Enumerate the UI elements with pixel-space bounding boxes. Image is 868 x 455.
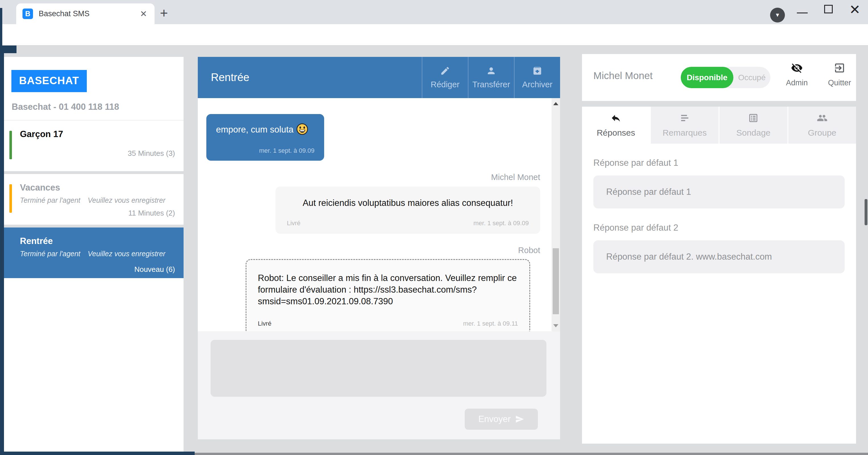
message-composer: Envoyer xyxy=(198,331,560,440)
bottom-edge-strip-right xyxy=(195,453,868,455)
tab-close-icon[interactable]: ✕ xyxy=(139,9,148,19)
admin-button-label: Admin xyxy=(778,78,815,87)
poll-icon xyxy=(748,112,759,123)
conversation-note: Veuillez vous enregistrer xyxy=(88,250,165,258)
page-scrollbar-thumb[interactable] xyxy=(865,199,867,225)
conversation-accent-bar xyxy=(9,131,12,159)
quit-button[interactable]: Quitter xyxy=(821,62,858,87)
delivery-status: Livré xyxy=(258,320,272,327)
agent-message-bubble: Aut reiciendis voluptatibus maiores alia… xyxy=(276,187,540,234)
archive-button-label: Archiver xyxy=(522,80,552,89)
conversation-item-selected[interactable]: Rentrée Terminé par l'agentVeuillez vous… xyxy=(4,225,184,278)
send-button-label: Envoyer xyxy=(478,414,511,424)
conversation-item[interactable]: Garçon 17 35 Minutes (3) xyxy=(4,120,184,171)
eye-off-icon xyxy=(791,62,803,74)
scroll-down-icon[interactable] xyxy=(553,324,558,327)
sender-label: Michel Monet xyxy=(198,173,540,182)
archive-button[interactable]: Archiver xyxy=(514,57,560,98)
default-response-2-label: Réponse par défaut 2 xyxy=(593,208,845,233)
account-line: Basechat - 01 400 118 118 xyxy=(12,102,184,112)
tab-title: Basechat SMS xyxy=(39,9,139,18)
notes-icon xyxy=(679,112,690,123)
chat-scrollbar-thumb[interactable] xyxy=(553,248,559,314)
window-minimize-button[interactable] xyxy=(797,12,808,13)
outgoing-message-bubble: empore, cum soluta mer. 1 sept. à 09.09 xyxy=(206,114,324,161)
transfer-button[interactable]: Transférer xyxy=(468,57,514,98)
tab-survey[interactable]: Sondage xyxy=(719,107,787,143)
message-time: mer. 1 sept. à 09.09 xyxy=(216,147,314,154)
agent-panel-header: Michel Monet Disponible Occupé Admin Qui… xyxy=(582,54,856,101)
scroll-up-icon[interactable] xyxy=(553,102,558,105)
message-time: mer. 1 sept. à 09.09 xyxy=(473,220,529,227)
agent-name: Michel Monet xyxy=(593,70,653,81)
tab-label: Groupe xyxy=(808,128,836,138)
availability-toggle[interactable]: Disponible Occupé xyxy=(681,67,770,88)
tab-label: Remarques xyxy=(662,128,707,138)
left-edge-strip xyxy=(0,45,4,455)
browser-toolbar: smsloho.basechat.com/BasechatSMS/16_1843… xyxy=(0,24,868,45)
grinning-emoji-icon xyxy=(296,123,308,137)
message-list: empore, cum soluta mer. 1 sept. à 09.09 … xyxy=(198,98,560,331)
bottom-edge-strip-left xyxy=(0,452,195,455)
compose-button[interactable]: Rédiger xyxy=(422,57,468,98)
message-footer: Livré mer. 1 sept. à 09.11 xyxy=(258,320,518,327)
agent-panel-tabs: Réponses Remarques Sondage Groupe xyxy=(582,107,856,143)
message-text: empore, cum soluta xyxy=(216,123,314,137)
left-corner-block xyxy=(0,45,17,53)
availability-on-segment[interactable]: Disponible xyxy=(681,67,734,88)
message-footer: Livré mer. 1 sept. à 09.09 xyxy=(287,220,529,227)
exit-icon xyxy=(834,62,845,74)
message-text: Aut reiciendis voluptatibus maiores alia… xyxy=(287,198,529,208)
chat-scrollbar[interactable] xyxy=(552,98,560,331)
conversation-title: Rentrée xyxy=(20,236,176,246)
robot-message-bubble: Robot: Le conseiller a mis fin à la conv… xyxy=(246,259,530,331)
new-tab-button[interactable]: + xyxy=(160,5,168,21)
quit-button-label: Quitter xyxy=(821,78,858,87)
chat-panel: Rentrée Rédiger Transférer Archiver empo… xyxy=(198,57,560,440)
conversation-accent-bar xyxy=(9,184,12,213)
default-response-1-input[interactable]: Réponse par défaut 1 xyxy=(593,175,845,208)
default-response-2-input[interactable]: Réponse par défaut 2. www.basechat.com xyxy=(593,240,845,273)
conversation-title: Vacances xyxy=(20,183,176,193)
window-maximize-button[interactable] xyxy=(824,5,833,13)
send-button[interactable]: Envoyer xyxy=(465,409,538,430)
admin-button[interactable]: Admin xyxy=(778,62,815,87)
responses-content: Réponse par défaut 1 Réponse par défaut … xyxy=(582,143,856,444)
transfer-button-label: Transférer xyxy=(472,80,510,89)
tab-label: Sondage xyxy=(736,128,770,138)
conversation-subtitle: Terminé par l'agentVeuillez vous enregis… xyxy=(20,250,176,258)
window-close-button[interactable]: ✕ xyxy=(849,2,860,18)
tab-remarks[interactable]: Remarques xyxy=(650,107,719,143)
window-left-border xyxy=(0,8,2,45)
conversation-sidebar: BASECHAT Basechat - 01 400 118 118 Garço… xyxy=(4,57,184,452)
sender-label: Robot xyxy=(198,246,540,255)
page-background: BASECHAT Basechat - 01 400 118 118 Garço… xyxy=(0,45,868,455)
tab-responses[interactable]: Réponses xyxy=(582,107,650,143)
conversation-meta: 11 Minutes (2) xyxy=(128,209,175,218)
reply-icon xyxy=(611,112,621,123)
conversation-status: Terminé par l'agent xyxy=(20,196,80,204)
basechat-logo: BASECHAT xyxy=(11,70,87,92)
conversation-status: Terminé par l'agent xyxy=(20,250,80,258)
conversation-title: Garçon 17 xyxy=(20,129,176,139)
people-icon xyxy=(817,112,828,123)
profile-chevron-icon[interactable]: ▼ xyxy=(770,8,785,23)
person-icon xyxy=(486,66,496,76)
browser-tab[interactable]: B Basechat SMS ✕ xyxy=(16,3,155,24)
tab-label: Réponses xyxy=(597,128,635,138)
message-text: Robot: Le conseiller a mis fin à la conv… xyxy=(258,272,518,307)
message-time: mer. 1 sept. à 09.11 xyxy=(463,320,518,327)
tab-group[interactable]: Groupe xyxy=(787,107,856,143)
conversation-meta: Nouveau (6) xyxy=(134,265,175,274)
send-icon xyxy=(515,415,524,424)
default-response-1-label: Réponse par défaut 1 xyxy=(593,143,845,168)
availability-off-segment[interactable]: Occupé xyxy=(734,67,770,88)
conversation-item[interactable]: Vacances Terminé par l'agentVeuillez vou… xyxy=(4,171,184,225)
conversation-meta: 35 Minutes (3) xyxy=(128,149,175,158)
archive-icon xyxy=(532,66,542,76)
delivery-status: Livré xyxy=(287,220,301,227)
compose-button-label: Rédiger xyxy=(431,80,460,89)
message-input[interactable] xyxy=(211,340,547,397)
favicon-icon: B xyxy=(23,8,33,19)
conversation-subtitle: Terminé par l'agentVeuillez vous enregis… xyxy=(20,196,176,204)
